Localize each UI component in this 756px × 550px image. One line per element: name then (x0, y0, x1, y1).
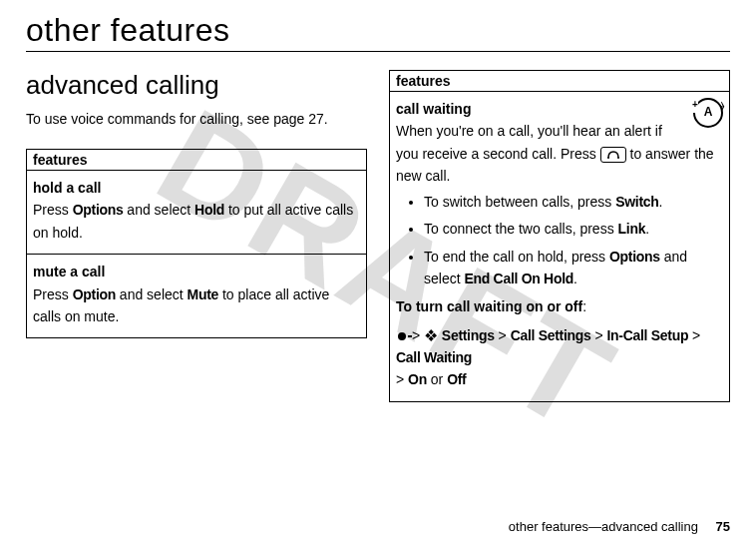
feature-mute-call: mute a call Press Option and select Mute… (27, 255, 366, 337)
text: . (659, 194, 663, 210)
list-item: To switch between calls, press Switch. (424, 192, 723, 214)
path-incall-setup: In-Call Setup (607, 327, 689, 343)
feature-title: call waiting (396, 101, 471, 117)
svg-point-1 (617, 157, 619, 159)
key-link: Link (618, 221, 646, 237)
left-column: advanced calling To use voice commands f… (26, 70, 367, 402)
path-call-settings: Call Settings (511, 327, 591, 343)
feature-hold-call: hold a call Press Options and select Hol… (27, 171, 366, 255)
right-column: features + A ⦒ call waiting When you're … (389, 70, 730, 402)
page-title: other features (26, 12, 730, 49)
key-end-call-on-hold: End Call On Hold (464, 271, 573, 286)
key-options: Options (609, 249, 660, 265)
path-on: On (408, 371, 427, 387)
left-box-header: features (27, 150, 366, 171)
title-rule (26, 51, 730, 52)
text: Press (33, 202, 73, 218)
list-item: To connect the two calls, press Link. (424, 219, 723, 241)
intro-prefix: To use voice commands for calling, see p… (26, 111, 308, 127)
icon-letter: A (704, 103, 713, 122)
key-switch: Switch (615, 194, 658, 210)
accessibility-icon: + A ⦒ (693, 98, 723, 128)
page-footer: other features—advanced calling 75 (509, 519, 730, 534)
send-key-icon (600, 147, 626, 163)
list-item: To end the call on hold, press Options a… (424, 247, 723, 289)
feature-title: hold a call (33, 180, 101, 196)
feature-title: mute a call (33, 264, 105, 279)
left-feature-box: features hold a call Press Options and s… (26, 149, 367, 338)
intro-suffix: . (324, 111, 328, 127)
text: and select (123, 202, 194, 218)
key-mute: Mute (188, 286, 218, 302)
text: Press (33, 286, 73, 302)
bullet-list: To switch between calls, press Switch. T… (396, 192, 723, 290)
center-key-icon (396, 330, 408, 342)
page-content: other features advanced calling To use v… (0, 0, 756, 402)
svg-point-0 (607, 157, 609, 159)
key-option: Option (73, 286, 116, 302)
intro-text: To use voice commands for calling, see p… (26, 111, 367, 127)
feature-call-waiting: + A ⦒ call waiting When you're on a call… (390, 92, 729, 401)
footer-text: other features—advanced calling (509, 519, 698, 534)
sound-wave-icon: ⦒ (721, 98, 724, 114)
text: To connect the two calls, press (424, 221, 618, 237)
text-or: or (427, 371, 447, 387)
right-box-header: features (390, 71, 729, 92)
menu-path: > ❖ Settings > Call Settings > In-Call S… (396, 324, 723, 391)
text: To switch between calls, press (424, 194, 615, 210)
gear-icon: ❖ (424, 328, 438, 344)
text: To end the call on hold, press (424, 249, 609, 265)
intro-page-ref: 27 (308, 111, 324, 127)
path-call-waiting: Call Waiting (396, 349, 472, 365)
toggle-label: To turn call waiting on or off (396, 298, 582, 314)
path-off: Off (447, 371, 466, 387)
page-number: 75 (716, 519, 730, 534)
right-feature-box: features + A ⦒ call waiting When you're … (389, 70, 730, 402)
key-options: Options (73, 202, 124, 218)
columns: advanced calling To use voice commands f… (26, 70, 730, 402)
section-heading: advanced calling (26, 70, 367, 101)
plus-icon: + (692, 97, 698, 113)
text: and select (116, 286, 188, 302)
toggle-instruction: To turn call waiting on or off: (396, 295, 723, 317)
text: . (573, 271, 577, 286)
key-hold: Hold (194, 202, 224, 218)
path-settings: Settings (442, 327, 495, 343)
text: . (645, 221, 649, 237)
